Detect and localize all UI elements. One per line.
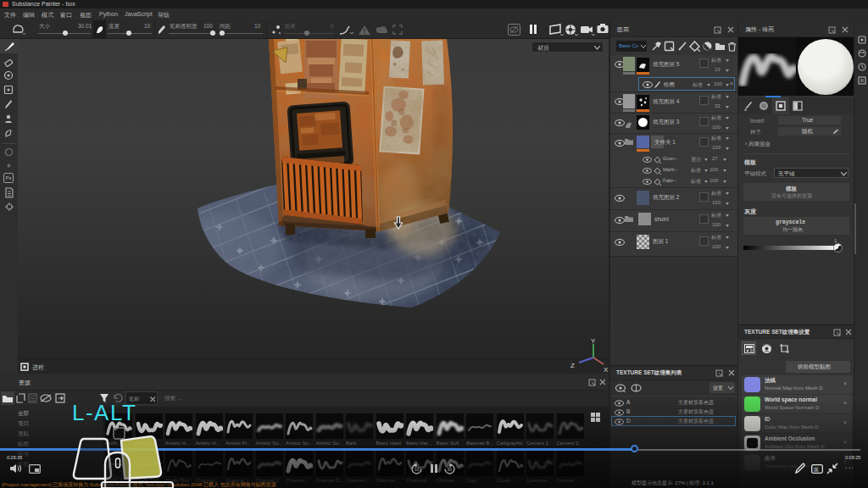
svg-text:Y: Y: [591, 337, 596, 345]
svg-text:Z: Z: [570, 362, 575, 369]
